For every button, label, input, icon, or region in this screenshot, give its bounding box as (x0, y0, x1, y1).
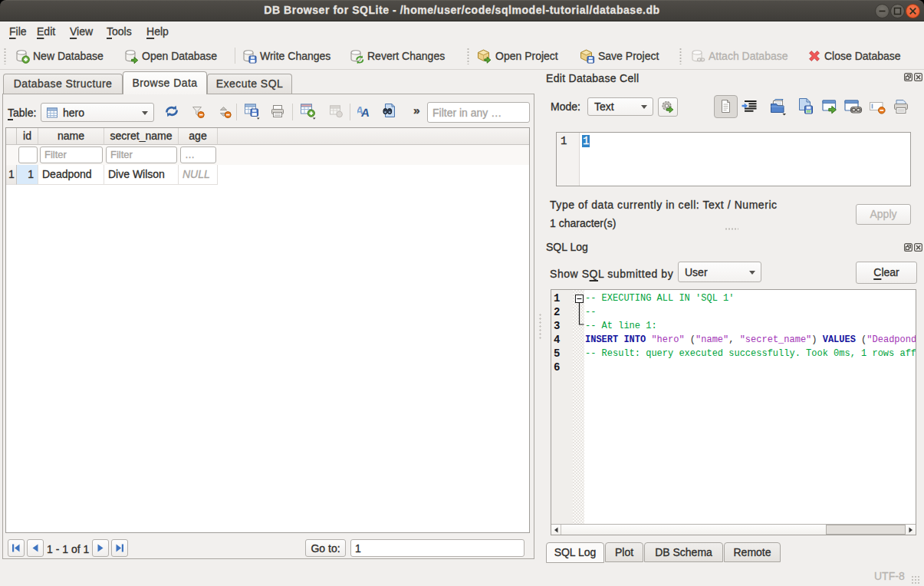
svg-text:A: A (360, 106, 370, 118)
